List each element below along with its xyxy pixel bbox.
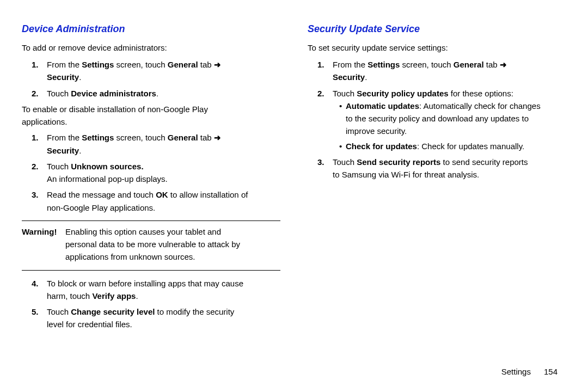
text: . (79, 146, 81, 155)
text: . (156, 89, 158, 98)
intro-add-remove: To add or remove device administrators: (22, 41, 280, 54)
step-text: Read the message and touch OK to allow i… (47, 190, 248, 212)
step-number: 2. (32, 160, 39, 173)
step-text: From the Settings screen, touch General … (47, 133, 221, 155)
text: Touch (47, 307, 71, 316)
bold-settings: Settings (367, 60, 400, 69)
arrow-icon: ➜ (214, 133, 221, 142)
step-number: 1. (317, 58, 324, 71)
text: applications from unknown sources. (65, 252, 195, 261)
step-4-verify-apps: 4. To block or warn before installing ap… (47, 277, 280, 303)
step-2-device-admins: 2. Touch Device administrators. (47, 87, 280, 100)
list-post-warning-steps: 4. To block or warn before installing ap… (22, 277, 280, 331)
step-text: From the Settings screen, touch General … (333, 60, 507, 82)
right-column: Security Update Service To set security … (308, 22, 566, 334)
text: Touch (333, 157, 357, 167)
arrow-icon: ➜ (500, 60, 507, 69)
bold-verify-apps: Verify apps (92, 291, 136, 301)
step-text: To block or warn before installing apps … (47, 279, 243, 301)
list-admin-steps: 1. From the Settings screen, touch Gener… (22, 58, 280, 100)
text: To enable or disable installation of non… (22, 105, 208, 114)
bold-automatic-updates: Automatic updates (346, 101, 419, 111)
step-text: Touch Send security reports to send secu… (333, 157, 528, 179)
bold-unknown-sources: Unknown sources. (71, 162, 143, 171)
intro-security-update: To set security update service settings: (308, 41, 566, 54)
text: . (365, 72, 367, 82)
warning-block: Warning! Enabling this option causes you… (22, 220, 280, 271)
text: screen, touch (114, 133, 167, 142)
step-number: 4. (32, 277, 39, 290)
arrow-icon: ➜ (214, 60, 221, 69)
step-number: 5. (32, 305, 39, 318)
text: non-Google Play applications. (47, 203, 155, 212)
text: To block or warn before installing apps … (47, 279, 243, 288)
step-text: Touch Device administrators. (47, 89, 158, 98)
page-columns: Device Administration To add or remove d… (22, 22, 566, 334)
step-2b-unknown-sources: 2. Touch Unknown sources. An information… (47, 160, 280, 186)
warning-label: Warning! (22, 225, 57, 238)
text: personal data to be more vulnerable to a… (65, 240, 240, 249)
footer-section: Settings (501, 367, 531, 376)
text: to modify the security (155, 307, 234, 316)
step-number: 2. (32, 87, 39, 100)
text: From the (47, 60, 82, 69)
text: tab (198, 133, 214, 142)
left-column: Device Administration To add or remove d… (22, 22, 280, 334)
text: : Check for updates manually. (417, 142, 524, 151)
step-5-change-security-level: 5. Touch Change security level to modify… (47, 305, 280, 331)
text: to the security policy and download any … (346, 114, 529, 123)
step-number: 2. (317, 87, 324, 100)
bold-general: General (454, 60, 484, 69)
step-number: 1. (32, 131, 39, 144)
text: tab (484, 60, 500, 69)
text: : Automatically check for changes (419, 101, 541, 111)
bold-general: General (168, 60, 198, 69)
footer-page-number: 154 (544, 367, 558, 376)
step-1b-settings-security: 1. From the Settings screen, touch Gener… (47, 131, 280, 157)
text: tab (198, 60, 214, 69)
bold-security: Security (333, 72, 365, 82)
bold-security-policy-updates: Security policy updates (357, 89, 448, 98)
step-number: 1. (32, 58, 39, 71)
heading-security-update: Security Update Service (308, 22, 566, 37)
heading-device-admin: Device Administration (22, 22, 280, 37)
text: improve security. (346, 126, 407, 136)
list-security-update-steps: 1. From the Settings screen, touch Gener… (308, 58, 566, 181)
text: Touch (47, 162, 71, 171)
bold-settings: Settings (82, 60, 114, 69)
bold-check-for-updates: Check for updates (346, 142, 417, 151)
step-text: From the Settings screen, touch General … (47, 60, 221, 82)
step-r3-send-security-reports: 3. Touch Send security reports to send s… (333, 156, 566, 181)
step-text: Touch Change security level to modify th… (47, 307, 234, 329)
page-footer: Settings154 (501, 365, 558, 378)
step-r2-security-policy-updates: 2. Touch Security policy updates for the… (333, 87, 566, 152)
text: level for credential files. (47, 320, 132, 329)
step-text: Touch Security policy updates for these … (333, 89, 513, 98)
bold-ok: OK (156, 190, 168, 199)
options-bullets: Automatic updates: Automatically check f… (333, 100, 566, 152)
bold-security: Security (47, 146, 79, 155)
text: Touch (333, 89, 357, 98)
bold-settings: Settings (82, 133, 114, 142)
text: From the (333, 60, 367, 69)
text: Touch (47, 89, 71, 98)
text: for these options: (449, 89, 513, 98)
text: to allow installation of (168, 190, 248, 199)
step-3-read-message: 3. Read the message and touch OK to allo… (47, 188, 280, 214)
text: From the (47, 133, 82, 142)
step-1-settings-security: 1. From the Settings screen, touch Gener… (47, 58, 280, 84)
text: An informational pop-up displays. (47, 174, 168, 183)
text: Read the message and touch (47, 190, 156, 199)
text: to send security reports (440, 157, 528, 167)
bold-send-security-reports: Send security reports (357, 157, 440, 167)
intro-non-google: To enable or disable installation of non… (22, 103, 280, 128)
text: to Samsung via Wi-Fi for threat analysis… (333, 170, 479, 179)
text: screen, touch (400, 60, 453, 69)
bullet-check-for-updates: Check for updates: Check for updates man… (339, 140, 566, 152)
step-text: Touch Unknown sources. An informational … (47, 162, 168, 183)
text: . (79, 72, 81, 82)
step-number: 3. (317, 156, 324, 168)
bullet-automatic-updates: Automatic updates: Automatically check f… (339, 100, 566, 138)
bold-general: General (168, 133, 198, 142)
warning-content: Warning! Enabling this option causes you… (22, 225, 280, 264)
